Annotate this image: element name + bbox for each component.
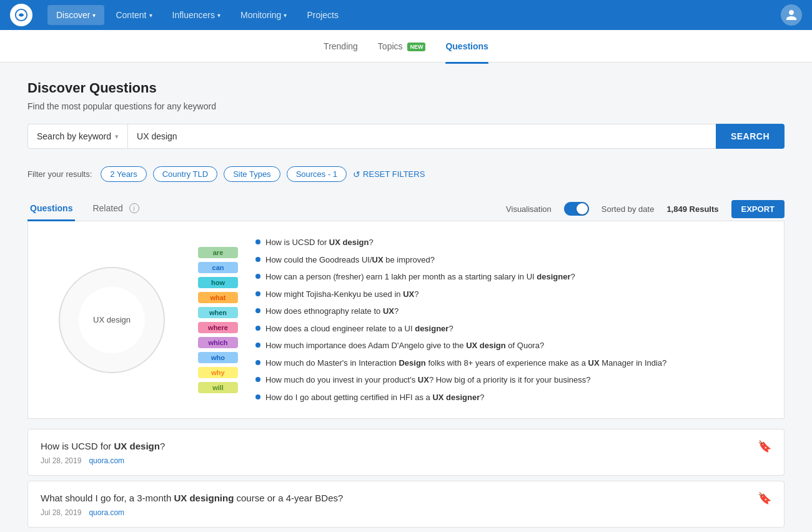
q-dot (255, 377, 260, 382)
new-badge: NEW (407, 43, 425, 51)
result-meta-1: Jul 28, 2019 quora.com (41, 456, 165, 465)
page-title: Discover Questions (27, 80, 785, 96)
result-card-1: How is UCSD for UX design? Jul 28, 2019 … (27, 429, 785, 476)
word-tag-why[interactable]: why (198, 367, 238, 378)
filter-chip-years[interactable]: 2 Years (101, 166, 146, 182)
visualisation-toggle[interactable] (564, 202, 589, 216)
nav-right (781, 4, 802, 26)
tab-right-controls: Visualisation Sorted by date 1,849 Resul… (506, 200, 785, 218)
page-subtitle: Find the most popular questions for any … (27, 101, 785, 111)
search-type-dropdown[interactable]: Search by keyword ▾ (27, 124, 127, 149)
nav-item-content[interactable]: Content ▾ (107, 5, 161, 25)
filter-label: Filter your results: (27, 169, 92, 179)
tab-questions[interactable]: Questions (27, 197, 75, 221)
word-tag-when[interactable]: when (198, 307, 238, 318)
reset-filters-button[interactable]: ↺ RESET FILTERS (353, 169, 425, 179)
word-tag-can[interactable]: can (198, 262, 238, 273)
circle-center-label: UX design (93, 315, 131, 324)
reset-icon: ↺ (353, 169, 360, 179)
sorted-by-label: Sorted by date (602, 204, 655, 214)
info-icon[interactable]: i (129, 203, 139, 213)
word-tag-are[interactable]: are (198, 247, 238, 258)
top-navigation: Discover ▾ Content ▾ Influencers ▾ Monit… (0, 0, 812, 30)
user-avatar[interactable] (781, 4, 802, 26)
viz-question-10[interactable]: How do I go about getting certified in H… (255, 391, 769, 404)
nav-item-discover[interactable]: Discover ▾ (47, 5, 104, 25)
chevron-down-icon: ▾ (284, 12, 287, 19)
result-meta-2: Jul 28, 2019 quora.com (41, 508, 343, 517)
nav-item-monitoring[interactable]: Monitoring ▾ (232, 5, 295, 25)
viz-question-5[interactable]: How does ethnography relate to UX? (255, 305, 769, 318)
q-dot (255, 343, 260, 348)
word-tag-will[interactable]: will (198, 382, 238, 393)
chevron-down-icon: ▾ (115, 133, 119, 141)
app-logo[interactable] (10, 4, 32, 26)
viz-question-7[interactable]: How much importance does Adam D'Angelo g… (255, 339, 769, 352)
viz-question-8[interactable]: How much do Master's in Interaction Desi… (255, 357, 769, 369)
search-button[interactable]: SEARCH (716, 124, 785, 149)
result-title-2[interactable]: What should I go for, a 3-month UX desig… (41, 491, 343, 504)
viz-question-6[interactable]: How does a cloud engineer relate to a UI… (255, 323, 769, 335)
q-dot (255, 257, 260, 262)
result-title-1[interactable]: How is UCSD for UX design? (41, 439, 165, 453)
visualization-area: UX design are can how what when where wh… (27, 221, 785, 419)
word-tag-which[interactable]: which (198, 337, 238, 348)
subnav-trending[interactable]: Trending (324, 39, 358, 54)
result-card-2: What should I go for, a 3-month UX desig… (27, 481, 785, 528)
q-dot (255, 326, 260, 331)
search-bar: Search by keyword ▾ SEARCH (27, 124, 785, 149)
subnav-topics[interactable]: Topics NEW (378, 39, 426, 54)
export-button[interactable]: EXPORT (731, 200, 785, 218)
search-input[interactable] (127, 124, 716, 149)
result-date-1: Jul 28, 2019 (41, 456, 81, 465)
chevron-down-icon: ▾ (92, 12, 96, 19)
bookmark-icon-2[interactable]: 🔖 (758, 491, 771, 505)
q-dot (255, 360, 260, 365)
q-dot (255, 291, 260, 296)
q-dot (255, 394, 260, 399)
nav-item-projects[interactable]: Projects (298, 5, 347, 25)
word-tag-how[interactable]: how (198, 277, 238, 288)
results-list: How is UCSD for UX design? Jul 28, 2019 … (27, 429, 785, 532)
result-card-content-2: What should I go for, a 3-month UX desig… (41, 491, 343, 517)
filter-chip-sources[interactable]: Sources - 1 (287, 166, 347, 182)
filter-chip-country[interactable]: Country TLD (153, 166, 217, 182)
toggle-track (564, 202, 589, 216)
page-content: Discover Questions Find the most popular… (12, 63, 800, 532)
result-source-1[interactable]: quora.com (89, 456, 124, 465)
viz-question-1[interactable]: How is UCSD for UX design? (255, 236, 769, 249)
filter-chip-sitetypes[interactable]: Site Types (224, 166, 280, 182)
result-source-2[interactable]: quora.com (89, 508, 124, 517)
viz-questions-list: How is UCSD for UX design? How could the… (255, 236, 769, 403)
nav-items: Discover ▾ Content ▾ Influencers ▾ Monit… (47, 5, 781, 25)
results-count: 1,849 Results (666, 204, 718, 214)
visualisation-label: Visualisation (506, 204, 552, 214)
tabs-row: Questions Related i Visualisation Sorted… (27, 197, 785, 221)
word-tag-who[interactable]: who (198, 352, 238, 363)
tab-related[interactable]: Related i (90, 197, 141, 221)
subnav-questions[interactable]: Questions (445, 39, 488, 54)
toggle-thumb (577, 203, 588, 214)
nav-item-influencers[interactable]: Influencers ▾ (164, 5, 229, 25)
chevron-down-icon: ▾ (217, 12, 220, 19)
result-date-2: Jul 28, 2019 (41, 508, 81, 517)
q-dot (255, 308, 260, 313)
q-dot (255, 239, 260, 244)
viz-question-2[interactable]: How could the Goodreads UI/UX be improve… (255, 254, 769, 266)
q-dot (255, 274, 260, 279)
viz-question-9[interactable]: How much do you invest in your product's… (255, 374, 769, 386)
circle-chart: UX design (43, 236, 181, 403)
filter-row: Filter your results: 2 Years Country TLD… (27, 166, 785, 182)
word-tag-where[interactable]: where (198, 322, 238, 333)
sub-navigation: Trending Topics NEW Questions (0, 30, 812, 63)
chevron-down-icon: ▾ (149, 12, 152, 19)
bookmark-icon[interactable]: 🔖 (758, 439, 771, 453)
circle-container: UX design (59, 267, 165, 373)
result-card-content: How is UCSD for UX design? Jul 28, 2019 … (41, 439, 165, 465)
viz-question-3[interactable]: How can a person (fresher) earn 1 lakh p… (255, 271, 769, 283)
word-tag-what[interactable]: what (198, 292, 238, 303)
word-tags: are can how what when where which who wh… (193, 236, 243, 403)
viz-question-4[interactable]: How might Tojisha-Kenkyu be used in UX? (255, 288, 769, 301)
